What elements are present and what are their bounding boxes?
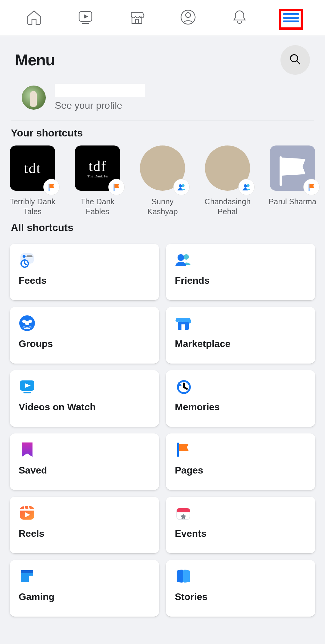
svg-rect-30 <box>20 506 34 520</box>
shortcut-label: Sunny Kashyap <box>137 197 188 216</box>
card-label: Marketplace <box>175 338 306 349</box>
events-icon <box>175 505 192 521</box>
profile-subtitle: See your profile <box>55 100 145 111</box>
home-icon <box>26 9 42 27</box>
card-gaming[interactable]: Gaming <box>10 560 159 617</box>
shortcut-item[interactable]: Sunny Kashyap <box>137 145 188 216</box>
shortcut-thumb-text: tdt <box>24 160 41 177</box>
card-label: Friends <box>175 275 306 286</box>
card-stories[interactable]: Stories <box>166 560 315 617</box>
card-label: Memories <box>175 402 306 413</box>
avatar <box>22 86 46 110</box>
shortcut-item[interactable]: Parul Sharma <box>267 145 318 216</box>
shortcuts-row: tdt Terribly Dank Tales tdf The Dank Fa … <box>0 142 325 218</box>
card-saved[interactable]: Saved <box>10 433 159 490</box>
card-groups[interactable]: Groups <box>10 307 159 364</box>
group-people-icon <box>174 179 189 195</box>
hamburger-icon <box>283 11 299 24</box>
memories-icon <box>175 378 192 395</box>
svg-rect-6 <box>49 184 50 191</box>
card-pages[interactable]: Pages <box>166 433 315 490</box>
card-reels[interactable]: Reels <box>10 497 159 553</box>
friends-icon <box>175 252 192 268</box>
nav-profile[interactable] <box>178 8 198 27</box>
saved-icon <box>19 441 36 458</box>
nav-watch[interactable] <box>76 8 95 27</box>
shortcut-item[interactable]: tdf The Dank Fa The Dank Fables <box>72 145 123 216</box>
card-label: Stories <box>175 591 306 602</box>
shortcut-image: tdt <box>10 145 55 191</box>
svg-point-19 <box>178 254 184 261</box>
page-flag-icon <box>109 179 124 195</box>
card-feeds[interactable]: Feeds <box>10 244 159 300</box>
shortcut-image <box>140 145 185 191</box>
videos-icon <box>19 378 36 395</box>
card-label: Videos on Watch <box>19 402 150 413</box>
svg-rect-25 <box>181 324 185 330</box>
svg-rect-29 <box>177 442 179 457</box>
profile-name <box>55 84 145 97</box>
svg-point-4 <box>290 55 298 62</box>
svg-point-14 <box>23 255 26 258</box>
shortcut-image <box>270 145 315 191</box>
profile-link[interactable]: See your profile <box>11 78 314 120</box>
profile-circle-icon <box>180 9 197 27</box>
page-title: Menu <box>15 51 55 69</box>
feeds-icon <box>19 252 36 268</box>
nav-notifications[interactable] <box>230 8 249 27</box>
card-label: Events <box>175 528 306 539</box>
all-shortcuts-grid: Feeds Friends Groups <box>0 237 325 626</box>
svg-point-18 <box>184 254 189 260</box>
shortcut-image: tdf The Dank Fa <box>75 145 120 191</box>
card-events[interactable]: Events <box>166 497 315 553</box>
marketplace-color-icon <box>175 315 192 332</box>
card-label: Groups <box>19 338 150 349</box>
profile-texts: See your profile <box>55 84 145 111</box>
gaming-icon <box>19 568 36 585</box>
shortcut-label: Parul Sharma <box>269 197 317 207</box>
all-shortcuts-title: All shortcuts <box>0 218 325 237</box>
card-marketplace[interactable]: Marketplace <box>166 307 315 364</box>
card-friends[interactable]: Friends <box>166 244 315 300</box>
groups-icon <box>19 315 36 332</box>
top-nav <box>0 0 325 36</box>
card-videos[interactable]: Videos on Watch <box>10 370 159 427</box>
shortcut-thumb-text: tdf <box>87 158 108 174</box>
shortcuts-title: Your shortcuts <box>0 120 325 142</box>
shortcut-label: The Dank Fables <box>72 197 123 216</box>
svg-rect-33 <box>177 511 190 512</box>
stories-icon <box>175 568 192 585</box>
card-label: Gaming <box>19 591 150 602</box>
card-label: Saved <box>19 465 150 476</box>
shortcut-image <box>205 145 250 191</box>
svg-rect-7 <box>114 184 115 191</box>
search-button[interactable] <box>280 45 310 75</box>
svg-point-11 <box>247 184 249 187</box>
svg-rect-12 <box>309 184 310 191</box>
shortcut-thumb-sub: The Dank Fa <box>87 174 108 179</box>
svg-point-23 <box>25 321 29 325</box>
shortcut-item[interactable]: Chandasingh Pehal <box>202 145 253 216</box>
page-flag-icon <box>304 179 319 195</box>
svg-point-9 <box>182 184 184 187</box>
card-memories[interactable]: Memories <box>166 370 315 427</box>
nav-home[interactable] <box>24 8 44 27</box>
search-icon <box>289 53 302 67</box>
shortcut-item[interactable]: tdt Terribly Dank Tales <box>7 145 58 216</box>
shortcut-label: Terribly Dank Tales <box>7 197 58 216</box>
svg-point-8 <box>179 184 182 188</box>
svg-point-3 <box>186 13 190 17</box>
page-flag-icon <box>44 179 59 195</box>
svg-point-10 <box>244 184 247 188</box>
card-label: Reels <box>19 528 150 539</box>
page-header: Menu <box>0 36 325 78</box>
nav-marketplace[interactable] <box>127 8 147 27</box>
reels-icon <box>19 505 36 521</box>
pages-icon <box>175 441 192 458</box>
group-people-icon <box>239 179 254 195</box>
nav-menu[interactable] <box>281 8 301 27</box>
card-label: Feeds <box>19 275 150 286</box>
svg-rect-27 <box>23 392 31 393</box>
shortcut-label: Chandasingh Pehal <box>202 197 253 216</box>
svg-rect-15 <box>26 255 32 257</box>
